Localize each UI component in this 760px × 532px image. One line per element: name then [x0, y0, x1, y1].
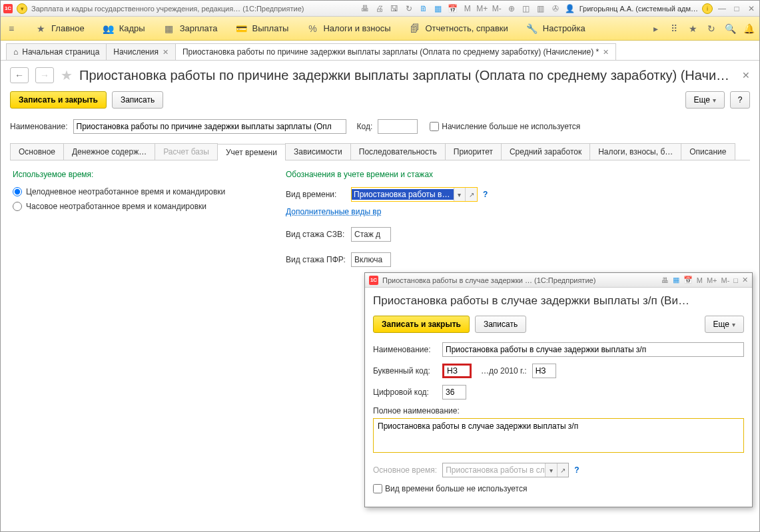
- main-menu-zarplata[interactable]: ▦Зарплата: [164, 23, 218, 34]
- dropdown-circle-icon[interactable]: ▾: [17, 3, 27, 14]
- zoom-in-icon[interactable]: ⊕: [506, 3, 517, 14]
- m-plus-icon[interactable]: M+: [477, 3, 488, 14]
- maximize-icon[interactable]: □: [731, 3, 742, 14]
- view-icon[interactable]: ◫: [521, 3, 532, 14]
- open-icon[interactable]: ↗: [465, 188, 477, 201]
- save-icon[interactable]: 🖫: [389, 3, 400, 14]
- calendar-icon[interactable]: 📅: [448, 3, 458, 14]
- tab-posledovatelnost[interactable]: Последовательность: [350, 143, 446, 160]
- help-icon[interactable]: ?: [574, 465, 579, 475]
- help-button[interactable]: ?: [730, 91, 750, 109]
- menu-icon[interactable]: ≡: [6, 23, 17, 34]
- radio-hourly[interactable]: Часовое неотработанное время и командиро…: [13, 202, 259, 211]
- tab-sredniy[interactable]: Средний заработок: [501, 143, 590, 160]
- m-plus-icon[interactable]: M+: [707, 276, 717, 284]
- tab-nalogi[interactable]: Налоги, взносы, б…: [589, 143, 681, 160]
- print2-icon[interactable]: 🖨: [374, 3, 385, 14]
- close-window-icon[interactable]: ✕: [746, 3, 757, 14]
- tab-content: Используемое время: Целодневное неотрабо…: [10, 160, 750, 276]
- print-icon[interactable]: 🖶: [661, 276, 669, 284]
- main-menu-vyplaty[interactable]: 💳Выплаты: [236, 23, 289, 34]
- close-icon[interactable]: ✕: [163, 48, 169, 57]
- star-icon: ★: [35, 23, 46, 34]
- tab-opisanie[interactable]: Описание: [681, 143, 735, 160]
- modal-not-used-label: Вид времени больше не используется: [385, 484, 527, 493]
- wallet-icon: 💳: [236, 23, 247, 34]
- main-menu-nastroyka[interactable]: 🔧Настройка: [527, 23, 585, 34]
- tab-prioritet[interactable]: Приоритет: [445, 143, 502, 160]
- modal-not-used-checkbox[interactable]: [373, 484, 382, 493]
- save-and-close-button[interactable]: Записать и закрыть: [10, 91, 107, 109]
- tab-zavisimosti[interactable]: Зависимости: [285, 143, 351, 160]
- main-menu-glavnoe[interactable]: ★Главное: [35, 23, 85, 34]
- close-page-icon[interactable]: ✕: [742, 70, 750, 81]
- modal-close-icon[interactable]: ✕: [742, 276, 748, 284]
- radio-fullday[interactable]: Целодневное неотработанное время и коман…: [13, 187, 259, 196]
- dropdown-icon[interactable]: ▾: [454, 188, 466, 201]
- menu-label: Отчетность, справки: [426, 23, 508, 33]
- bell-icon[interactable]: 🔔: [743, 23, 754, 34]
- m-minus-icon[interactable]: M-: [721, 276, 730, 284]
- apps-icon[interactable]: ⠿: [669, 23, 679, 34]
- calc-icon[interactable]: ▦: [673, 276, 679, 284]
- modal-save-close-button[interactable]: Записать и закрыть: [373, 316, 470, 333]
- minimize-icon[interactable]: —: [717, 3, 727, 14]
- print-icon[interactable]: 🖶: [360, 3, 370, 14]
- not-used-checkbox[interactable]: [430, 122, 439, 131]
- favorite-star-icon[interactable]: ★: [61, 67, 73, 83]
- modal-full-name-field[interactable]: [373, 418, 744, 453]
- doc-tab-current[interactable]: Приостановка работы по причине задержки …: [175, 43, 616, 60]
- vid-vremeni-select[interactable]: Приостановка работы в сл ▾ ↗: [351, 187, 478, 202]
- main-menu-nalogi[interactable]: %Налоги и взносы: [307, 23, 390, 34]
- tool-icon[interactable]: ✇: [550, 3, 561, 14]
- radio-fullday-input[interactable]: [13, 187, 22, 196]
- additional-types-link[interactable]: Дополнительные виды вр: [286, 207, 499, 216]
- m-icon[interactable]: M: [462, 3, 473, 14]
- modal-more-button[interactable]: Еще: [705, 316, 744, 333]
- close-icon[interactable]: ✕: [603, 48, 609, 57]
- main-menu-kadry[interactable]: 👥Кадры: [103, 23, 145, 34]
- main-menu-otchetnost[interactable]: 🗐Отчетность, справки: [410, 23, 508, 34]
- modal-digit-code-field[interactable]: [442, 385, 466, 399]
- refresh-icon[interactable]: ↻: [404, 3, 414, 14]
- modal-titlebar[interactable]: 1C Приостановка работы в случае задержки…: [365, 273, 752, 288]
- next-icon[interactable]: ▸: [650, 23, 661, 34]
- modal-save-button[interactable]: Записать: [475, 316, 526, 333]
- szv-select[interactable]: Стаж д: [351, 227, 391, 242]
- radio-hourly-input[interactable]: [13, 202, 22, 211]
- calendar-icon[interactable]: 📅: [683, 276, 693, 284]
- tab-raschet-bazy: Расчет базы: [155, 143, 218, 160]
- m-minus-icon[interactable]: M-: [492, 3, 502, 14]
- history-icon[interactable]: ↻: [706, 23, 717, 34]
- modal-name-field[interactable]: [442, 342, 744, 357]
- save-button[interactable]: Записать: [112, 91, 163, 109]
- name-field[interactable]: [73, 119, 346, 134]
- tab-label: Приостановка работы по причине задержки …: [183, 47, 599, 57]
- current-user[interactable]: Григорьянц А.А. (системный адм…: [579, 5, 698, 13]
- pfr-select[interactable]: Включа: [351, 252, 391, 267]
- page-title: Приостановка работы по причине задержки …: [79, 68, 735, 83]
- menu-label: Главное: [51, 23, 85, 33]
- tab-denezhnoe[interactable]: Денежное содерж…: [63, 143, 155, 160]
- search-icon[interactable]: 🔍: [725, 23, 735, 34]
- modal-maximize-icon[interactable]: □: [733, 276, 738, 284]
- calc-icon[interactable]: ▦: [433, 3, 444, 14]
- info-icon[interactable]: i: [702, 3, 713, 14]
- modal-pre2010-field[interactable]: [532, 364, 556, 378]
- panel-icon[interactable]: ▥: [536, 3, 546, 14]
- nav-forward-button[interactable]: →: [35, 67, 54, 83]
- doc-tab-home[interactable]: ⌂ Начальная страница: [6, 43, 107, 60]
- tab-uchet-vremeni[interactable]: Учет времени: [217, 144, 286, 160]
- doc-tab-nachisleniya[interactable]: Начисления ✕: [106, 43, 176, 60]
- tab-label: Начальная страница: [22, 47, 99, 57]
- modal-letter-code-field[interactable]: [442, 364, 472, 378]
- nav-back-button[interactable]: ←: [10, 67, 29, 83]
- pfr-value: Включа: [352, 255, 385, 264]
- more-button[interactable]: Еще: [685, 91, 725, 109]
- code-field[interactable]: [378, 119, 418, 134]
- m-icon[interactable]: M: [697, 276, 703, 284]
- tab-osnovnoe[interactable]: Основное: [10, 143, 64, 160]
- fav-icon[interactable]: ★: [687, 23, 698, 34]
- doc-icon[interactable]: 🗎: [418, 3, 429, 14]
- help-icon[interactable]: ?: [483, 190, 488, 199]
